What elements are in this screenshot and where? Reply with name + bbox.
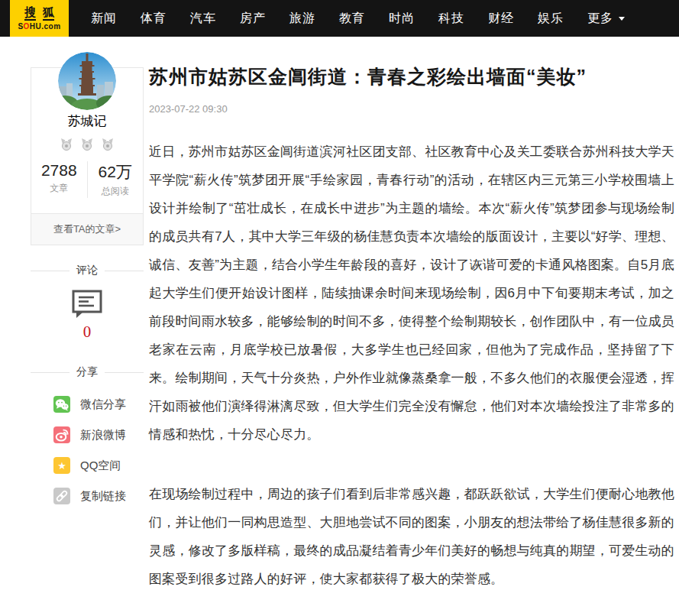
author-card: 苏城记 2788 文章 — [31, 67, 144, 245]
logo-char: 搜 — [24, 6, 36, 21]
author-badges — [31, 137, 143, 152]
qzone-icon: ★ — [53, 457, 70, 474]
share-wechat-button[interactable]: 微信分享 — [53, 396, 144, 413]
share-weibo-button[interactable]: 新浪微博 — [53, 426, 144, 443]
nav-item-more[interactable]: 更多 — [587, 11, 625, 27]
nav-item-realestate[interactable]: 房产 — [240, 11, 266, 27]
divider-line — [105, 271, 144, 271]
view-articles-link[interactable]: 查看TA的文章> — [31, 213, 143, 245]
article-date: 2023-07-22 09:30 — [149, 103, 674, 115]
sohu-logo-cn: 搜 狐 — [24, 6, 54, 21]
nav-item-education[interactable]: 教育 — [339, 11, 365, 27]
stat-articles: 2788 文章 — [31, 161, 87, 198]
medal-icon — [100, 137, 115, 152]
share-section: 分享 微信分享 — [31, 365, 144, 504]
share-qzone-button[interactable]: ★ QQ空间 — [53, 457, 144, 474]
nav-item-entertainment[interactable]: 娱乐 — [538, 11, 564, 27]
copy-link-icon — [53, 488, 70, 504]
article-title: 苏州市姑苏区金阊街道：青春之彩绘出墙面“美妆” — [149, 63, 674, 90]
article: 苏州市姑苏区金阊街道：青春之彩绘出墙面“美妆” 2023-07-22 09:30… — [149, 63, 674, 616]
nav-item-news[interactable]: 新闻 — [91, 11, 117, 27]
top-nav-bar: 搜 狐 SOHU.com 新闻 体育 汽车 房产 旅游 教育 时尚 科技 财经 … — [0, 0, 679, 37]
page: 搜 狐 SOHU.com 新闻 体育 汽车 房产 旅游 教育 时尚 科技 财经 … — [0, 0, 679, 616]
author-stats: 2788 文章 62万 总阅读 — [31, 161, 143, 198]
nav-item-auto[interactable]: 汽车 — [190, 11, 216, 27]
divider-line — [105, 372, 144, 373]
nav-item-travel[interactable]: 旅游 — [289, 11, 315, 27]
stat-total-reads: 62万 总阅读 — [87, 161, 144, 198]
wechat-icon — [53, 396, 70, 413]
copy-link-button[interactable]: 复制链接 — [53, 488, 144, 504]
comments-section: 评论 0 — [31, 264, 144, 342]
comment-count[interactable]: 0 — [31, 323, 144, 342]
pagoda-avatar-image — [58, 52, 116, 110]
nav-item-finance[interactable]: 财经 — [488, 11, 514, 27]
nav-item-tech[interactable]: 科技 — [438, 11, 464, 27]
paragraph: 在现场绘制过程中，周边的孩子们看到后非常感兴趣，都跃跃欲试，大学生们便耐心地教他… — [149, 480, 674, 593]
paragraph: 近日，苏州市姑苏区金阊街道滨河社区团支部、社区教育中心及关工委联合苏州科技大学天… — [149, 138, 674, 449]
weibo-icon — [53, 426, 70, 443]
comment-icon[interactable] — [71, 289, 103, 319]
medal-icon — [79, 137, 95, 152]
chevron-down-icon — [619, 17, 625, 21]
sohu-logo-en: SOHU.com — [18, 22, 60, 31]
main-nav: 新闻 体育 汽车 房产 旅游 教育 时尚 科技 财经 娱乐 更多 — [91, 0, 625, 37]
author-name[interactable]: 苏城记 — [31, 112, 143, 130]
sohu-logo[interactable]: 搜 狐 SOHU.com — [10, 0, 69, 37]
nav-item-fashion[interactable]: 时尚 — [389, 11, 415, 27]
divider-line — [31, 372, 70, 373]
nav-item-sports[interactable]: 体育 — [141, 11, 167, 27]
divider-line — [31, 271, 70, 271]
article-content: 近日，苏州市姑苏区金阊街道滨河社区团支部、社区教育中心及关工委联合苏州科技大学天… — [149, 138, 674, 616]
avatar[interactable] — [58, 52, 116, 110]
medal-icon — [59, 137, 74, 152]
sidebar: 苏城记 2788 文章 — [31, 51, 144, 504]
share-heading: 分享 — [31, 365, 144, 379]
logo-char: 狐 — [43, 6, 54, 21]
comments-heading: 评论 — [31, 264, 144, 277]
